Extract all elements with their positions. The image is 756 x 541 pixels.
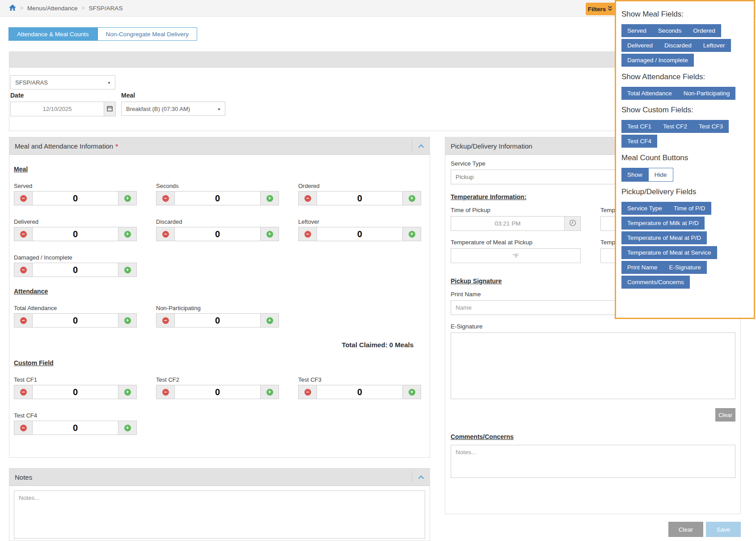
decrement-button[interactable]: − [299,227,317,241]
increment-button[interactable]: + [402,227,421,241]
notes-textarea[interactable] [14,490,425,539]
stepper-value[interactable]: 0 [33,314,118,327]
filter-toggle-button[interactable]: Ordered [687,24,721,37]
tab-attendance-meal-counts[interactable]: Attendance & Meal Counts [8,27,97,41]
increment-button[interactable]: + [118,192,136,205]
decrement-button[interactable]: − [156,314,175,327]
filter-toggle-button[interactable]: Temperature of Meal at P/D [621,231,707,244]
stepper-field: Ordered−0+ [298,183,421,205]
stepper-label: Seconds [156,183,279,189]
filter-button-row: Temperature of Milk at P/D [621,217,754,230]
decrement-button[interactable]: − [156,192,175,205]
filter-toggle-button[interactable]: Temperature of Meal at Service [621,246,717,259]
increment-button[interactable]: + [260,385,279,399]
stepper-value[interactable]: 0 [33,227,118,241]
filter-button-row: Service TypeTime of P/D [621,202,754,215]
date-input[interactable] [11,102,104,116]
plus-icon: + [266,389,273,396]
filter-toggle-button[interactable]: Print Name [621,261,663,274]
stepper: −0+ [156,385,279,399]
increment-button[interactable]: + [118,227,136,241]
stepper-value[interactable]: 0 [175,227,260,241]
plus-icon: + [124,267,131,273]
stepper-value[interactable]: 0 [317,227,402,241]
plus-icon: + [409,195,415,202]
filter-toggle-button[interactable]: Test CF3 [693,120,729,133]
increment-button[interactable]: + [118,385,136,399]
filter-toggle-button[interactable]: Discarded [659,39,697,52]
signature-clear-button[interactable]: Clear [715,408,735,422]
increment-button[interactable]: + [260,227,279,241]
comments-textarea[interactable] [451,445,735,478]
filter-toggle-button[interactable]: Delivered [621,39,659,52]
total-claimed-text: Total Claimed: 0 Meals [14,341,422,349]
increment-button[interactable]: + [118,314,136,327]
filter-toggle-button[interactable]: Seconds [652,24,688,37]
filter-toggle-button[interactable]: Comments/Concerns [621,276,690,289]
decrement-button[interactable]: − [14,421,33,435]
decrement-button[interactable]: − [156,385,175,399]
stepper-value[interactable]: 0 [33,263,118,277]
temp-meal-pickup-input[interactable] [451,248,581,263]
site-select[interactable]: SFSP/ARAS ▼ [10,75,115,89]
filter-button-row: Temperature of Meal at P/D [621,231,754,244]
decrement-button[interactable]: − [14,385,33,399]
plus-icon: + [124,425,131,431]
filter-toggle-button[interactable]: Temperature of Milk at P/D [621,217,705,230]
filter-section-heading: Pickup/Delivery Fields [621,187,754,196]
increment-button[interactable]: + [260,314,279,327]
minus-icon: − [20,317,27,324]
stepper-value[interactable]: 0 [175,192,260,205]
decrement-button[interactable]: − [299,385,317,399]
stepper-value[interactable]: 0 [33,385,118,399]
decrement-button[interactable]: − [14,263,33,277]
filter-toggle-button[interactable]: Test CF4 [621,135,657,148]
decrement-button[interactable]: − [299,192,317,205]
increment-button[interactable]: + [260,192,279,205]
filter-toggle-button[interactable]: Non-Participating [678,87,736,100]
collapse-panel-button[interactable] [418,143,424,149]
increment-button[interactable]: + [402,385,421,399]
filters-button[interactable]: Filters [586,3,615,15]
decrement-button[interactable]: − [14,227,33,241]
meal-count-show-button[interactable]: Show [621,168,648,182]
clear-button[interactable]: Clear [668,522,703,537]
decrement-button[interactable]: − [14,192,33,205]
filter-toggle-button[interactable]: E-Signature [663,261,707,274]
filter-toggle-button[interactable]: Test CF2 [657,120,693,133]
stepper-label: Discarded [156,218,279,225]
stepper-value[interactable]: 0 [33,421,118,435]
esignature-pad[interactable] [451,332,735,399]
time-picker-button[interactable] [564,217,580,230]
stepper-value[interactable]: 0 [175,385,260,399]
calendar-button[interactable] [104,102,115,116]
increment-button[interactable]: + [118,421,136,435]
meal-count-hide-button[interactable]: Hide [648,168,673,182]
stepper-value[interactable]: 0 [175,314,260,327]
minus-icon: − [20,267,27,273]
meal-select[interactable]: Breakfast (B) (07:30 AM) ▼ [121,102,225,116]
stepper-value[interactable]: 0 [317,192,402,205]
breadcrumb-item-menus-attendance[interactable]: Menus/Attendance [27,5,78,12]
filter-toggle-button[interactable]: Damaged / Incomplete [621,54,694,67]
home-link[interactable] [9,4,16,12]
stepper-value[interactable]: 0 [33,192,118,205]
collapse-panel-button[interactable] [418,474,424,481]
filter-toggle-button[interactable]: Service Type [621,202,668,215]
decrement-button[interactable]: − [14,314,33,327]
increment-button[interactable]: + [402,192,421,205]
site-select-value: SFSP/ARAS [15,79,48,86]
tab-non-congregate-meal-delivery[interactable]: Non-Congregate Meal Delivery [97,27,197,41]
save-button[interactable]: Save [706,522,741,537]
stepper-value[interactable]: 0 [317,385,402,399]
filter-toggle-button[interactable]: Leftover [697,39,731,52]
decrement-button[interactable]: − [156,227,175,241]
meal-attendance-panel: Meal and Attendance Information * Meal S… [9,137,430,458]
filter-toggle-button[interactable]: Test CF1 [621,120,657,133]
filter-toggle-button[interactable]: Served [621,24,652,37]
filter-toggle-button[interactable]: Time of P/D [668,202,711,215]
increment-button[interactable]: + [118,263,136,277]
meal-section-heading: Meal [14,166,422,173]
time-of-pickup-input[interactable] [451,217,564,230]
filter-toggle-button[interactable]: Total Attendance [621,87,678,100]
